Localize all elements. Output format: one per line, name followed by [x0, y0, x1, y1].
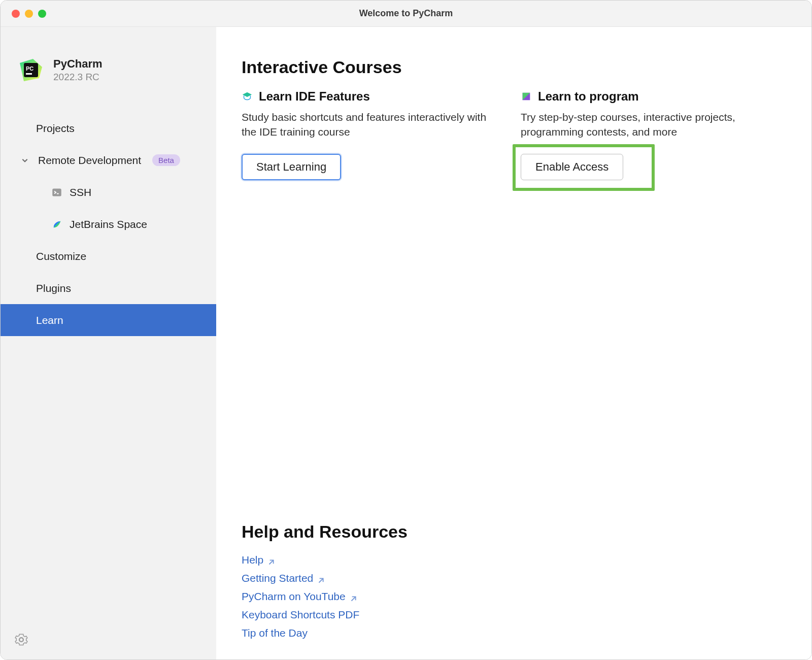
- help-link-getting-started[interactable]: Getting Started: [242, 572, 786, 584]
- sidebar-item-label: Projects: [36, 122, 75, 135]
- help-link-label: Keyboard Shortcuts PDF: [242, 609, 359, 621]
- help-link-label: Help: [242, 554, 263, 566]
- sidebar-item-label: Plugins: [36, 282, 71, 294]
- sidebar: PC PyCharm 2022.3 RC Projects Re: [1, 27, 216, 659]
- help-link-help[interactable]: Help: [242, 554, 786, 566]
- titlebar: Welcome to PyCharm: [1, 1, 811, 27]
- svg-rect-3: [26, 73, 32, 75]
- help-link-label: Tip of the Day: [242, 627, 308, 639]
- chevron-down-icon: [21, 156, 29, 164]
- svg-point-6: [20, 638, 23, 642]
- help-link-shortcuts-pdf[interactable]: Keyboard Shortcuts PDF: [242, 609, 786, 621]
- enable-access-button[interactable]: Enable Access: [521, 154, 623, 180]
- sidebar-item-ssh[interactable]: SSH: [1, 176, 216, 208]
- main-content: Interactive Courses Learn IDE Features S…: [216, 27, 811, 659]
- academy-flag-icon: [521, 91, 532, 102]
- sidebar-item-label: Remote Development: [38, 154, 141, 167]
- sidebar-item-label: SSH: [70, 186, 91, 199]
- settings-gear-button[interactable]: [15, 633, 29, 647]
- window-title: Welcome to PyCharm: [1, 8, 811, 19]
- sidebar-item-remote-development[interactable]: Remote Development Beta: [1, 144, 216, 176]
- card-learn-to-program: Learn to program Try step-by-step course…: [521, 89, 769, 180]
- graduation-cap-icon: [242, 91, 253, 102]
- svg-text:PC: PC: [26, 65, 33, 72]
- app-version: 2022.3 RC: [53, 72, 103, 83]
- course-cards: Learn IDE Features Study basic shortcuts…: [242, 89, 786, 180]
- help-link-youtube[interactable]: PyCharm on YouTube: [242, 590, 786, 603]
- pycharm-logo-icon: PC: [19, 58, 43, 82]
- sidebar-item-label: Learn: [36, 314, 63, 326]
- interactive-courses-heading: Interactive Courses: [242, 57, 786, 77]
- app-name: PyCharm: [53, 57, 103, 71]
- card-title: Learn IDE Features: [259, 89, 370, 104]
- sidebar-item-customize[interactable]: Customize: [1, 240, 216, 272]
- sidebar-item-label: Customize: [36, 250, 86, 262]
- svg-rect-4: [52, 188, 61, 196]
- external-link-icon: [317, 575, 324, 582]
- start-learning-button[interactable]: Start Learning: [242, 154, 341, 180]
- card-learn-ide: Learn IDE Features Study basic shortcuts…: [242, 89, 490, 180]
- help-link-label: Getting Started: [242, 572, 313, 584]
- external-link-icon: [350, 593, 357, 600]
- sidebar-item-jetbrains-space[interactable]: JetBrains Space: [1, 208, 216, 240]
- ssh-terminal-icon: [51, 187, 62, 198]
- sidebar-item-label: JetBrains Space: [70, 218, 147, 230]
- help-links-list: Help Getting Started PyCharm on YouTube …: [242, 554, 786, 639]
- sidebar-item-plugins[interactable]: Plugins: [1, 272, 216, 304]
- card-title: Learn to program: [538, 89, 639, 104]
- help-and-resources: Help and Resources Help Getting Started …: [242, 522, 786, 639]
- sidebar-item-learn[interactable]: Learn: [1, 304, 216, 336]
- help-link-tip-of-the-day[interactable]: Tip of the Day: [242, 627, 786, 639]
- app-identity: PC PyCharm 2022.3 RC: [1, 27, 216, 97]
- sidebar-nav: Projects Remote Development Beta SSH: [1, 112, 216, 336]
- card-description: Try step-by-step courses, interactive pr…: [521, 110, 769, 140]
- sidebar-item-projects[interactable]: Projects: [1, 112, 216, 144]
- external-link-icon: [267, 556, 275, 564]
- beta-badge: Beta: [152, 154, 180, 166]
- help-resources-heading: Help and Resources: [242, 522, 786, 542]
- jetbrains-space-icon: [51, 219, 62, 230]
- card-description: Study basic shortcuts and features inter…: [242, 110, 490, 140]
- welcome-window: Welcome to PyCharm PC: [0, 0, 812, 660]
- help-link-label: PyCharm on YouTube: [242, 590, 346, 603]
